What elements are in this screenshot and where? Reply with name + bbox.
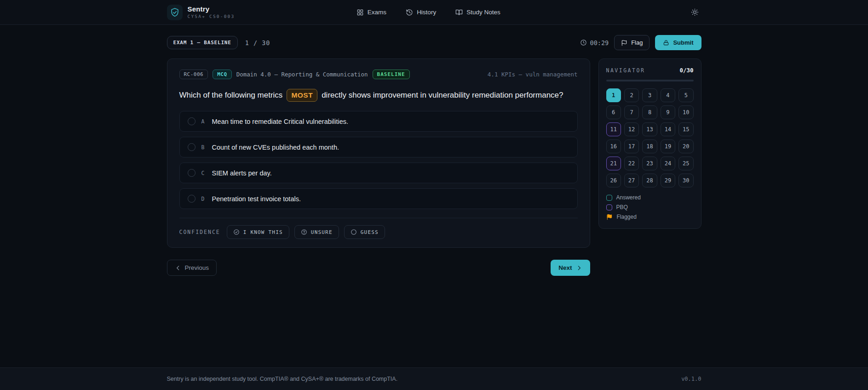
options-list: AMean time to remediate Critical vulnera…: [179, 111, 578, 209]
theme-toggle-button[interactable]: [688, 6, 701, 19]
legend-label: PBQ: [616, 204, 628, 210]
navigator-cell-5[interactable]: 5: [678, 88, 693, 102]
check-circle-icon: [233, 229, 240, 235]
question-topic: 4.1 KPIs — vuln management: [488, 71, 578, 78]
answered-swatch: [606, 195, 612, 201]
navigator-cell-28[interactable]: 28: [642, 174, 657, 187]
navigator-cell-9[interactable]: 9: [661, 105, 675, 119]
next-button-label: Next: [558, 264, 572, 271]
question-text-before: Which of the following metrics: [179, 90, 283, 101]
nav-item-label: Study Notes: [466, 9, 500, 16]
navigator-cell-12[interactable]: 12: [624, 122, 639, 136]
confidence-button-guess[interactable]: GUESS: [344, 225, 385, 239]
clock-icon: [580, 39, 587, 46]
option-row-b[interactable]: BCount of new CVEs published each month.: [179, 137, 578, 157]
option-row-a[interactable]: AMean time to remediate Critical vulnera…: [179, 111, 578, 132]
option-text: Penetration test invoice totals.: [212, 195, 301, 203]
next-button[interactable]: Next: [551, 260, 590, 276]
navigator-cell-18[interactable]: 18: [642, 140, 657, 153]
nav-item-study-notes[interactable]: Study Notes: [455, 9, 500, 16]
option-row-d[interactable]: DPenetration test invoice totals.: [179, 188, 578, 209]
nav-item-history[interactable]: History: [406, 9, 436, 16]
sun-icon: [691, 8, 699, 16]
radio-icon: [188, 117, 195, 125]
navigator-cell-23[interactable]: 23: [642, 157, 657, 170]
app-title: Sentry: [188, 5, 235, 13]
nav-item-exams[interactable]: Exams: [356, 9, 386, 16]
header-nav: ExamsHistoryStudy Notes: [329, 9, 500, 16]
question-id-badge: RC-006: [179, 70, 208, 79]
help-circle-icon: [301, 229, 307, 235]
navigator-cell-14[interactable]: 14: [661, 122, 675, 136]
question-domain: Domain 4.0 — Reporting & Communication: [236, 71, 368, 78]
navigator-cell-1[interactable]: 1: [606, 88, 621, 102]
navigator-cell-13[interactable]: 13: [642, 122, 657, 136]
chevron-left-icon: [175, 265, 181, 271]
confidence-button-label: GUESS: [361, 229, 379, 235]
legend-item-flagged: Flagged: [606, 214, 694, 220]
nav-item-label: History: [417, 9, 436, 16]
navigator-cell-22[interactable]: 22: [624, 157, 639, 170]
grid-icon: [356, 9, 364, 16]
shield-check-logo-icon: [167, 5, 183, 20]
book-open-icon: [455, 9, 463, 16]
flag-button[interactable]: Flag: [614, 35, 650, 50]
exam-timer: 00:29: [580, 39, 609, 47]
navigator-cell-24[interactable]: 24: [661, 157, 675, 170]
navigator-cell-11[interactable]: 11: [606, 122, 621, 136]
exam-bar: EXAM 1 — BASELINE 1 / 30 00:29 Flag Subm…: [167, 35, 701, 50]
navigator-cell-25[interactable]: 25: [678, 157, 693, 170]
submit-button[interactable]: Submit: [655, 35, 701, 50]
navigator-cell-20[interactable]: 20: [678, 140, 693, 153]
navigator-cell-16[interactable]: 16: [606, 140, 621, 153]
confidence-button-i-know-this[interactable]: I KNOW THIS: [227, 225, 289, 239]
navigator-answered-count: 0/30: [679, 67, 693, 74]
timer-value: 00:29: [590, 39, 609, 47]
option-row-c[interactable]: CSIEM alerts per day.: [179, 163, 578, 183]
navigator-cell-3[interactable]: 3: [642, 88, 657, 102]
nav-item-label: Exams: [368, 9, 386, 16]
flag-button-label: Flag: [631, 39, 643, 46]
app-header: Sentry CYSA+ CS0-003 ExamsHistoryStudy N…: [0, 0, 868, 25]
navigator-cell-29[interactable]: 29: [661, 174, 675, 187]
brand[interactable]: Sentry CYSA+ CS0-003: [167, 5, 235, 20]
pager: Previous Next: [167, 260, 590, 276]
navigator-grid: 1234567891011121314151617181920212223242…: [606, 88, 694, 187]
navigator-cell-2[interactable]: 2: [624, 88, 639, 102]
previous-button[interactable]: Previous: [167, 260, 217, 276]
navigator-cell-26[interactable]: 26: [606, 174, 621, 187]
app-footer: Sentry is an independent study tool. Com…: [0, 367, 868, 390]
circle-icon: [351, 229, 357, 235]
flag-icon: [621, 40, 627, 46]
lock-icon: [663, 40, 669, 46]
navigator-cell-21[interactable]: 21: [606, 157, 621, 170]
question-progress: 1 / 30: [245, 39, 270, 47]
navigator-cell-10[interactable]: 10: [678, 105, 693, 119]
navigator-cell-8[interactable]: 8: [642, 105, 657, 119]
previous-button-label: Previous: [185, 264, 209, 271]
legend-label: Flagged: [617, 214, 637, 220]
navigator-cell-17[interactable]: 17: [624, 140, 639, 153]
radio-icon: [188, 195, 195, 203]
history-icon: [406, 9, 413, 16]
question-text-after: directly shows improvement in vulnerabil…: [322, 90, 563, 101]
option-text: Count of new CVEs published each month.: [212, 144, 339, 151]
radio-icon: [188, 143, 195, 151]
chevron-right-icon: [576, 265, 582, 271]
navigator-cell-6[interactable]: 6: [606, 105, 621, 119]
navigator-cell-15[interactable]: 15: [678, 122, 693, 136]
navigator-cell-30[interactable]: 30: [678, 174, 693, 187]
navigator-cell-4[interactable]: 4: [661, 88, 675, 102]
question-difficulty-badge: BASELINE: [373, 70, 410, 79]
flag-icon: [606, 214, 613, 220]
confidence-label: CONFIDENCE: [179, 229, 220, 235]
navigator-cell-7[interactable]: 7: [624, 105, 639, 119]
footer-disclaimer: Sentry is an independent study tool. Com…: [167, 376, 398, 382]
navigator-legend: AnsweredPBQFlagged: [606, 194, 694, 220]
confidence-button-label: I KNOW THIS: [243, 229, 283, 235]
question-type-badge: MCQ: [213, 70, 231, 79]
navigator-cell-27[interactable]: 27: [624, 174, 639, 187]
confidence-button-unsure[interactable]: UNSURE: [294, 225, 339, 239]
question-text: Which of the following metrics MOST dire…: [179, 89, 578, 102]
navigator-cell-19[interactable]: 19: [661, 140, 675, 153]
